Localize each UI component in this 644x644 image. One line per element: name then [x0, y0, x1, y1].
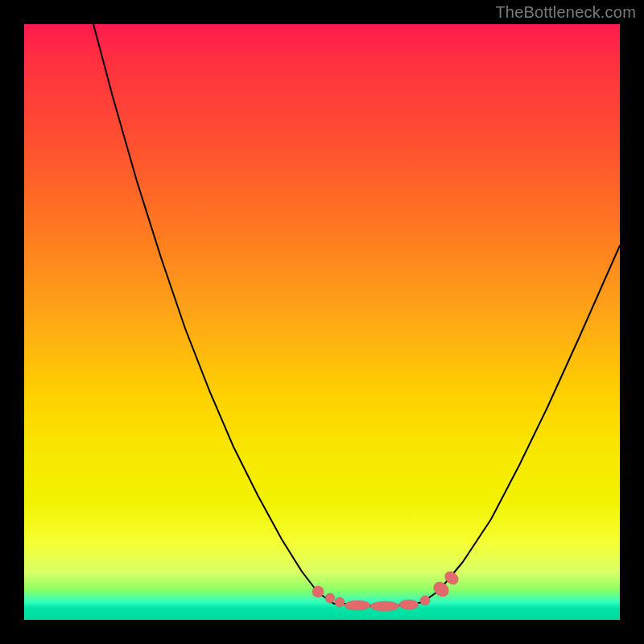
data-marker — [345, 601, 370, 610]
data-marker — [312, 586, 324, 597]
data-marker — [325, 593, 335, 603]
data-marker — [370, 601, 399, 611]
bottleneck-curve — [93, 24, 620, 606]
chart-svg — [24, 24, 620, 620]
data-marker — [420, 596, 430, 605]
data-marker — [399, 600, 419, 609]
watermark-label: TheBottleneck.com — [495, 3, 636, 22]
data-marker — [335, 597, 345, 607]
marker-layer — [312, 569, 460, 611]
curve-layer — [93, 24, 620, 606]
plot-area — [24, 24, 620, 620]
chart-frame: TheBottleneck.com — [0, 0, 644, 644]
